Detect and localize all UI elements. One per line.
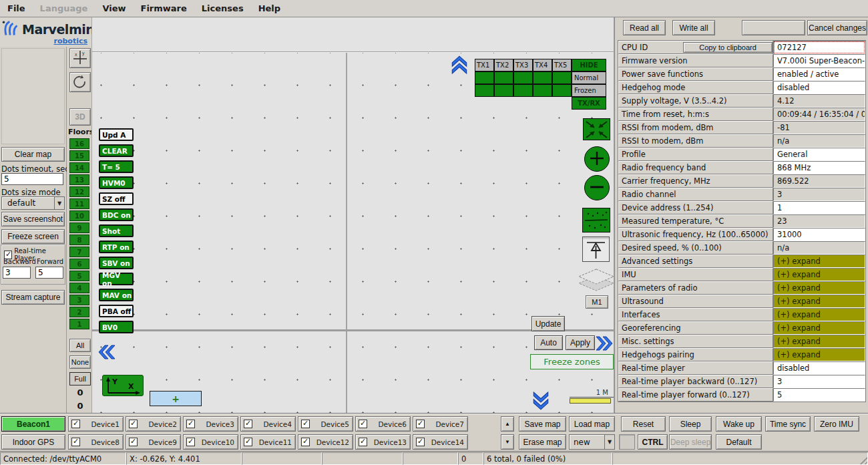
- floor-button[interactable]: 1: [69, 319, 89, 329]
- dots-size-select[interactable]: default ▼: [1, 196, 65, 210]
- clear-map-button[interactable]: Clear map: [1, 147, 65, 162]
- map-overlay-button[interactable]: HVM0: [99, 176, 134, 189]
- map-overlay-button[interactable]: Upd A: [99, 128, 134, 141]
- parameter-value[interactable]: 1: [773, 201, 865, 214]
- device-checkbox[interactable]: [71, 438, 80, 446]
- device-checkbox[interactable]: [129, 420, 138, 428]
- device-checkbox[interactable]: [359, 420, 367, 428]
- device-toggle[interactable]: Device3: [183, 416, 238, 432]
- map-overlay-button[interactable]: CLEAR: [99, 144, 134, 157]
- parameter-value[interactable]: 869.522: [773, 174, 865, 188]
- floor-button[interactable]: 12: [69, 186, 89, 197]
- tx-column-header[interactable]: TX5: [552, 59, 572, 71]
- dots-display-button[interactable]: [582, 208, 610, 232]
- device-toggle[interactable]: Device10: [183, 434, 238, 450]
- floor-button[interactable]: 13: [69, 174, 89, 185]
- copy-to-clipboard-button[interactable]: Copy to clipboard: [683, 42, 773, 53]
- device-checkbox[interactable]: [359, 438, 367, 446]
- ctrl-button[interactable]: CTRL: [638, 434, 668, 450]
- menu-item[interactable]: View: [95, 1, 133, 16]
- map-overlay-button[interactable]: Shot: [99, 224, 134, 237]
- parameter-value[interactable]: (+) expand: [773, 281, 865, 295]
- device-toggle[interactable]: Device13: [355, 434, 411, 450]
- floor-button[interactable]: 9: [69, 222, 89, 233]
- freeze-zones-button[interactable]: Freeze zones: [530, 354, 614, 369]
- freeze-screen-button[interactable]: Freeze screen: [1, 229, 65, 244]
- device-toggle[interactable]: Device6: [355, 416, 411, 432]
- map-area[interactable]: TX1 TX2 TX3 TX4 TX5 HIDE Normal Frozen T…: [91, 17, 614, 413]
- deep-sleep-button[interactable]: Deep sleep: [669, 434, 712, 450]
- fit-to-screen-button[interactable]: [583, 118, 610, 140]
- parameter-value[interactable]: (+) expand: [773, 321, 865, 335]
- tx-cell[interactable]: [552, 71, 572, 84]
- floor-button[interactable]: 6: [69, 259, 89, 269]
- beacon1-button[interactable]: Beacon1: [1, 416, 65, 432]
- menu-item[interactable]: Licenses: [194, 1, 251, 16]
- parameter-value[interactable]: n/a: [773, 241, 865, 255]
- parameter-value[interactable]: disabled: [773, 81, 865, 94]
- device-checkbox[interactable]: [244, 438, 252, 446]
- parameter-value[interactable]: (+) expand: [773, 255, 865, 268]
- cpu-id-value[interactable]: 072127: [773, 41, 865, 54]
- tx-cell[interactable]: [552, 84, 572, 97]
- update-button[interactable]: Update: [531, 316, 565, 331]
- tx-column-header[interactable]: TX1: [475, 59, 494, 71]
- map-overlay-button[interactable]: T= 5: [99, 160, 134, 173]
- tx-frozen-button[interactable]: Frozen: [572, 84, 606, 97]
- device-checkbox[interactable]: [416, 420, 425, 428]
- map-overlay-button[interactable]: BV0: [99, 321, 134, 333]
- tx-column-header[interactable]: TX3: [513, 59, 533, 71]
- tx-cell[interactable]: [494, 84, 513, 97]
- parameter-value[interactable]: V7.000i Super-Beacon-2: [773, 54, 865, 67]
- map-overlay-button[interactable]: SBV on: [99, 257, 134, 269]
- tx-cell[interactable]: [533, 84, 552, 97]
- parameter-value[interactable]: 868 MHz: [773, 161, 865, 174]
- map-overlay-button[interactable]: BDC on: [99, 208, 134, 221]
- scroll-down-icon[interactable]: [531, 392, 550, 414]
- reset-button[interactable]: Reset: [621, 416, 666, 432]
- map-file-select[interactable]: new ▼: [569, 434, 615, 450]
- save-map-button[interactable]: Save map: [519, 416, 566, 432]
- parameter-value[interactable]: (+) expand: [773, 295, 865, 308]
- parameter-value[interactable]: 23: [773, 214, 865, 228]
- floors-none-button[interactable]: None: [69, 355, 91, 369]
- menu-item[interactable]: Language: [33, 1, 95, 16]
- tx-cell[interactable]: [533, 71, 552, 84]
- menu-item[interactable]: Help: [251, 1, 288, 16]
- zoom-out-button[interactable]: [584, 175, 610, 200]
- parameter-value[interactable]: 4.12: [773, 94, 865, 108]
- stream-capture-button[interactable]: Stream capture: [1, 290, 65, 305]
- add-submap-button[interactable]: +: [150, 391, 202, 406]
- menu-item[interactable]: File: [0, 1, 33, 16]
- parameter-value[interactable]: (+) expand: [773, 335, 865, 348]
- map-overlay-button[interactable]: RTP on: [99, 241, 134, 253]
- load-map-button[interactable]: Load map: [569, 416, 615, 432]
- write-all-button[interactable]: Write all: [672, 20, 715, 35]
- dots-timeout-input[interactable]: [1, 173, 63, 185]
- 3d-view-button[interactable]: 3D: [69, 108, 91, 126]
- rotate-map-button[interactable]: [69, 72, 91, 92]
- map-overlay-button[interactable]: MGV on: [99, 273, 134, 285]
- tx-cell[interactable]: [475, 71, 494, 84]
- device-toggle[interactable]: Device9: [126, 434, 181, 450]
- tx-hide-button[interactable]: HIDE: [572, 59, 606, 71]
- map-overlay-button[interactable]: PBA off: [99, 305, 134, 317]
- axis-orientation-icon[interactable]: Y X: [102, 375, 144, 396]
- parameter-value[interactable]: 3: [773, 188, 865, 201]
- device-toggle[interactable]: Device1: [68, 416, 124, 432]
- parameter-value[interactable]: 3: [773, 375, 865, 388]
- device-checkbox[interactable]: [301, 438, 310, 446]
- parameter-value[interactable]: (+) expand: [773, 348, 865, 361]
- floors-all-button[interactable]: All: [69, 339, 91, 352]
- floor-button[interactable]: 10: [69, 210, 89, 221]
- floor-button[interactable]: 5: [69, 271, 89, 281]
- parameter-value[interactable]: enabled / active: [773, 67, 865, 81]
- floor-button[interactable]: 7: [69, 247, 89, 257]
- floor-button[interactable]: 15: [69, 150, 89, 161]
- device-toggle[interactable]: Device2: [126, 416, 181, 432]
- device-toggle[interactable]: Device4: [240, 416, 296, 432]
- floor-button[interactable]: 11: [69, 198, 89, 209]
- scroll-right-icon[interactable]: [595, 334, 615, 355]
- device-toggle[interactable]: Device8: [68, 434, 124, 450]
- floor-button[interactable]: 16: [69, 138, 89, 149]
